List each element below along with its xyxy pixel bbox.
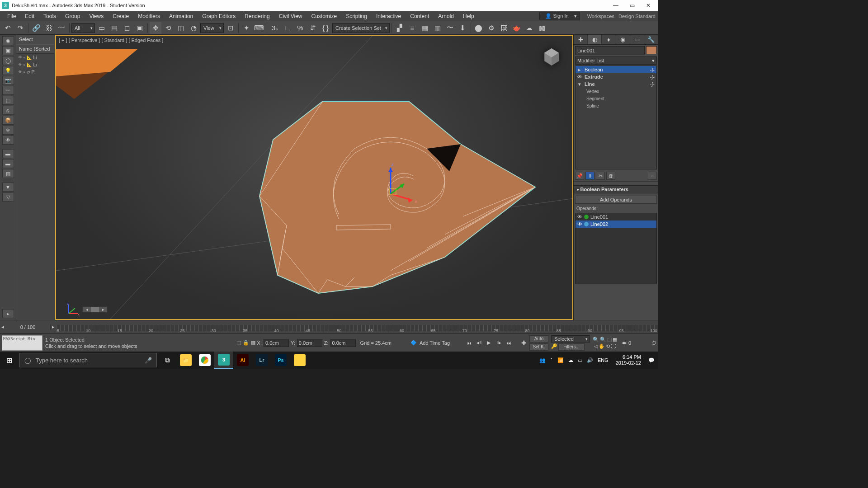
- curve-editor-button[interactable]: 〜: [444, 22, 456, 34]
- keyfilters-button[interactable]: Filters...: [558, 343, 585, 351]
- app-photoshop[interactable]: Ps: [271, 352, 290, 369]
- operand-1[interactable]: 👁Line002: [576, 221, 656, 228]
- app-lightroom[interactable]: Lr: [252, 352, 271, 369]
- y-field[interactable]: 0.0cm: [297, 339, 322, 347]
- lock-icon[interactable]: 🔒: [243, 340, 249, 346]
- scene-item-0[interactable]: 👁▫📐Li: [16, 54, 55, 61]
- visibility-icon[interactable]: 👁: [18, 55, 22, 60]
- tab-display[interactable]: ▭: [630, 35, 644, 44]
- coord-display-icon[interactable]: ▦: [251, 340, 255, 346]
- scene-item-1[interactable]: 👁▫📐Li: [16, 61, 55, 68]
- viewport-scroll[interactable]: ◂▸: [82, 306, 108, 313]
- window-crossing-button[interactable]: ▣: [134, 22, 146, 34]
- object-name-field[interactable]: Line001: [575, 46, 645, 55]
- pin-stack-button[interactable]: 📌: [575, 172, 584, 180]
- app-chrome[interactable]: [195, 352, 214, 369]
- tray-chevron-icon[interactable]: ˄: [550, 357, 553, 363]
- display-shape-button[interactable]: ◯: [2, 56, 14, 65]
- select-name-button[interactable]: ▤: [108, 22, 120, 34]
- nav-pan-icon[interactable]: ✋: [599, 343, 605, 349]
- toggle-icon[interactable]: ▾: [577, 81, 582, 87]
- freeze-icon[interactable]: ▫: [24, 62, 25, 67]
- keyfilters-icon[interactable]: 🔑: [551, 343, 557, 351]
- scale-button[interactable]: ◫: [175, 22, 187, 34]
- expand-button[interactable]: ▸: [2, 309, 14, 318]
- time-prev[interactable]: ◂: [0, 324, 5, 330]
- close-button[interactable]: ✕: [640, 0, 656, 11]
- display-camera-button[interactable]: 📷: [2, 76, 14, 85]
- redo-button[interactable]: ↷: [14, 22, 26, 34]
- menu-content[interactable]: Content: [406, 12, 434, 21]
- menu-customize[interactable]: Customize: [307, 12, 342, 21]
- visibility-icon[interactable]: 👁: [18, 70, 22, 74]
- signin-dropdown[interactable]: 👤 Sign In: [539, 12, 580, 20]
- link-button[interactable]: 🔗: [30, 22, 42, 34]
- toggle-ribbon-button[interactable]: ▥: [432, 22, 443, 34]
- sub-segment[interactable]: Segment: [576, 95, 656, 102]
- minimize-button[interactable]: —: [608, 0, 624, 11]
- app-stickynotes[interactable]: [290, 352, 309, 369]
- goto-start-button[interactable]: ⏮: [464, 339, 473, 347]
- eye-icon[interactable]: 👁: [577, 74, 582, 80]
- mirror-button[interactable]: ▞: [394, 22, 406, 34]
- render-setup-button[interactable]: ⚙: [486, 22, 497, 34]
- menu-interactive[interactable]: Interactive: [372, 12, 406, 21]
- modifier-stack[interactable]: ▸Boolean-∫- 👁Extrude-∫- ▾Line-∫- Vertex …: [575, 66, 657, 169]
- language-indicator[interactable]: ENG: [598, 357, 609, 363]
- selection-filter-dropdown[interactable]: All: [71, 23, 95, 33]
- percent-snap-button[interactable]: %: [294, 22, 306, 34]
- material-editor-button[interactable]: ⬤: [473, 22, 485, 34]
- maximize-button[interactable]: ▭: [624, 0, 640, 11]
- play-button[interactable]: ▶: [484, 339, 493, 347]
- goto-end-button[interactable]: ⏭: [504, 339, 513, 347]
- time-config-icon[interactable]: ⏱: [651, 340, 656, 346]
- render-online-button[interactable]: ☁: [524, 22, 535, 34]
- operands-list[interactable]: 👁Line001 👁Line002: [575, 213, 657, 284]
- x-field[interactable]: 0.0cm: [264, 339, 289, 347]
- angle-snap-button[interactable]: ∟: [282, 22, 293, 34]
- onedrive-icon[interactable]: ☁: [568, 357, 573, 363]
- configure-sets-button[interactable]: ≡: [648, 172, 657, 180]
- sort-button[interactable]: ▬: [2, 149, 14, 158]
- tab-utilities[interactable]: 🔧: [644, 35, 658, 44]
- snap-toggle-button[interactable]: 3ₛ: [269, 22, 281, 34]
- time-slider[interactable]: ◂ 0 / 100 ▸ 5101520253035404550556065707…: [0, 320, 658, 333]
- battery-icon[interactable]: ▭: [578, 357, 582, 363]
- keyfilter-selected-dropdown[interactable]: Selected: [551, 335, 590, 343]
- nav-maximize-icon[interactable]: ⛶: [611, 343, 616, 349]
- edit-selection-button[interactable]: { }: [320, 22, 331, 34]
- notifications-icon[interactable]: 💬: [648, 357, 655, 363]
- display-space-button[interactable]: ⬚: [2, 96, 14, 105]
- task-view-button[interactable]: ⧉: [158, 352, 176, 369]
- remove-modifier-button[interactable]: 🗑: [606, 172, 615, 180]
- operand-0[interactable]: 👁Line001: [576, 213, 656, 221]
- manipulate-button[interactable]: ✦: [241, 22, 252, 34]
- wifi-icon[interactable]: 📶: [557, 357, 564, 363]
- rollout-boolean-params[interactable]: Boolean Parameters: [574, 185, 658, 193]
- menu-file[interactable]: File: [3, 12, 20, 21]
- tab-modify[interactable]: ◐: [588, 35, 602, 44]
- isolate-icon[interactable]: ⬚: [236, 340, 241, 346]
- filter-button[interactable]: ▼: [2, 183, 14, 192]
- z-field[interactable]: 0.0cm: [330, 339, 356, 347]
- select-region-rect-button[interactable]: ◻: [121, 22, 133, 34]
- menu-group[interactable]: Group: [61, 12, 85, 21]
- app-explorer[interactable]: 📁: [176, 352, 195, 369]
- layers-button[interactable]: ▦: [419, 22, 431, 34]
- menu-help[interactable]: Help: [458, 12, 479, 21]
- menu-arnold[interactable]: Arnold: [434, 12, 458, 21]
- render-gallery-button[interactable]: ▩: [536, 22, 548, 34]
- time-tag-icon[interactable]: 🔷: [410, 340, 417, 346]
- app-3dsmax[interactable]: 3: [214, 352, 233, 369]
- menu-edit[interactable]: Edit: [20, 12, 39, 21]
- schematic-view-button[interactable]: ⬇: [457, 22, 469, 34]
- rotate-button[interactable]: ⟲: [162, 22, 174, 34]
- align-button[interactable]: ≡: [406, 22, 418, 34]
- show-end-result-button[interactable]: Ⅱ: [585, 172, 594, 180]
- volume-icon[interactable]: 🔊: [587, 357, 593, 363]
- tab-create[interactable]: ✚: [574, 35, 588, 44]
- menu-views[interactable]: Views: [85, 12, 108, 21]
- add-time-tag[interactable]: Add Time Tag: [420, 340, 450, 346]
- current-frame-field[interactable]: 0: [628, 340, 650, 346]
- display-hidden-button[interactable]: 👁: [2, 136, 14, 145]
